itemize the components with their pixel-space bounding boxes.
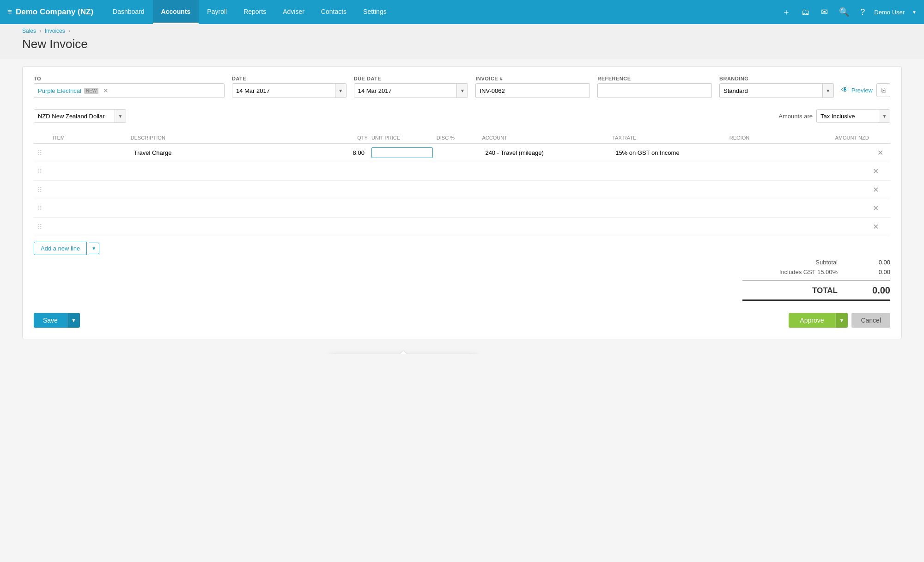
delete-cell: ✕ <box>871 144 890 162</box>
date-arrow-button[interactable]: ▼ <box>335 84 346 98</box>
to-clear-button[interactable]: ✕ <box>103 87 109 94</box>
item-col-header: Item <box>51 132 129 144</box>
qty-input[interactable] <box>326 221 368 232</box>
drag-handle-icon[interactable]: ⠿ <box>36 205 44 212</box>
nav-adviser[interactable]: Adviser <box>274 0 313 24</box>
cancel-button[interactable]: Cancel <box>851 313 890 328</box>
folder-button[interactable]: 🗂 <box>800 6 812 19</box>
account-col-header: Account <box>480 132 610 144</box>
qty-input[interactable] <box>326 166 368 177</box>
unitprice-input[interactable] <box>371 166 433 177</box>
due-date-input[interactable] <box>354 84 457 98</box>
account-input[interactable] <box>482 203 608 214</box>
drag-handle-icon[interactable]: ⠿ <box>36 223 44 231</box>
nav-settings[interactable]: Settings <box>355 0 395 24</box>
taxrate-input[interactable] <box>612 184 726 195</box>
desc-input[interactable] <box>131 184 322 195</box>
item-input[interactable] <box>53 221 127 232</box>
delete-row-button[interactable]: ✕ <box>877 148 883 157</box>
region-input[interactable] <box>729 184 791 195</box>
nav-reports[interactable]: Reports <box>235 0 274 24</box>
region-input[interactable] <box>729 166 791 177</box>
disc-input[interactable] <box>437 184 479 195</box>
add-button[interactable]: ＋ <box>780 5 792 19</box>
delete-col-header <box>871 132 890 144</box>
account-input[interactable] <box>482 184 608 195</box>
subtotal-value: 0.00 <box>849 259 890 266</box>
gst-row: Includes GST 15.00% 0.00 <box>742 269 890 275</box>
help-button[interactable]: ? <box>858 6 867 19</box>
date-input-wrap: ▼ <box>232 83 346 98</box>
delete-row-button[interactable]: ✕ <box>873 167 879 176</box>
drag-handle-icon[interactable]: ⠿ <box>36 149 44 157</box>
form-footer: Save ▼ Approve ▼ Cancel <box>34 313 890 328</box>
desc-input[interactable] <box>131 221 322 232</box>
item-input[interactable] <box>53 203 127 214</box>
region-input[interactable] <box>729 147 791 158</box>
qty-input[interactable] <box>326 203 368 214</box>
delete-row-button[interactable]: ✕ <box>873 222 879 231</box>
item-input[interactable] <box>53 147 127 158</box>
region-input[interactable] <box>729 221 791 232</box>
unitprice-input[interactable] <box>371 221 433 232</box>
item-input[interactable] <box>53 184 127 195</box>
nav-right-area: ＋ 🗂 ✉ 🔍 ? Demo User ▼ <box>780 5 917 19</box>
disc-input[interactable] <box>437 147 479 158</box>
unitprice-input[interactable] <box>371 184 433 195</box>
account-input[interactable] <box>482 221 608 232</box>
taxrate-input[interactable] <box>612 147 726 158</box>
gst-label: Includes GST 15.00% <box>742 269 838 275</box>
brand-logo[interactable]: ≡ Demo Company (NZ) <box>7 7 93 17</box>
taxrate-input[interactable] <box>612 221 726 232</box>
account-input[interactable] <box>482 166 608 177</box>
region-cell <box>728 144 793 162</box>
user-menu[interactable]: Demo User <box>874 9 905 16</box>
drag-handle-icon[interactable]: ⠿ <box>36 168 44 175</box>
to-input-wrap[interactable]: Purple Electrical NEW ✕ <box>34 83 225 98</box>
approve-button[interactable]: Approve <box>789 313 835 328</box>
save-arrow-button[interactable]: ▼ <box>67 313 80 328</box>
delete-row-button[interactable]: ✕ <box>873 204 879 213</box>
qty-input[interactable] <box>326 184 368 195</box>
amounts-select[interactable]: Tax Inclusive Tax Exclusive No Tax <box>817 110 879 122</box>
nav-dashboard[interactable]: Dashboard <box>104 0 153 24</box>
taxrate-input[interactable] <box>612 166 726 177</box>
nav-payroll[interactable]: Payroll <box>199 0 235 24</box>
unitprice-col-header: Unit Price <box>370 132 435 144</box>
region-input[interactable] <box>729 203 791 214</box>
copy-button[interactable]: ⎘ <box>876 83 890 97</box>
delete-row-button[interactable]: ✕ <box>873 185 879 194</box>
desc-input[interactable] <box>131 166 322 177</box>
taxrate-input[interactable] <box>612 203 726 214</box>
currency-select[interactable]: NZD New Zealand Dollar <box>34 110 115 122</box>
save-button[interactable]: Save <box>34 313 67 328</box>
nav-contacts[interactable]: Contacts <box>313 0 355 24</box>
approve-arrow-button[interactable]: ▼ <box>835 313 848 328</box>
add-line-arrow-button[interactable]: ▼ <box>89 243 99 254</box>
unitprice-input[interactable] <box>371 147 433 158</box>
table-row: ⠿ ✕ <box>34 199 890 218</box>
disc-input[interactable] <box>437 203 479 214</box>
disc-input[interactable] <box>437 221 479 232</box>
mail-button[interactable]: ✉ <box>819 5 830 19</box>
nav-accounts[interactable]: Accounts <box>153 0 199 24</box>
breadcrumb-invoices[interactable]: Invoices <box>45 28 65 34</box>
add-line-button[interactable]: Add a new line <box>34 242 87 255</box>
account-input[interactable] <box>482 147 608 158</box>
preview-button[interactable]: 👁 Preview <box>841 86 873 94</box>
branding-select[interactable]: Standard <box>720 84 822 98</box>
currency-select-arrow: ▼ <box>115 110 126 122</box>
qty-input[interactable] <box>326 147 368 158</box>
breadcrumb-sales[interactable]: Sales <box>22 28 36 34</box>
invoice-num-input[interactable] <box>475 83 590 98</box>
desc-input[interactable] <box>131 203 322 214</box>
date-input[interactable] <box>232 84 335 98</box>
search-button[interactable]: 🔍 <box>837 5 851 19</box>
reference-input[interactable] <box>597 83 712 98</box>
unitprice-input[interactable] <box>371 203 433 214</box>
due-date-arrow-button[interactable]: ▼ <box>456 84 468 98</box>
item-input[interactable] <box>53 166 127 177</box>
disc-input[interactable] <box>437 166 479 177</box>
drag-handle-icon[interactable]: ⠿ <box>36 186 44 194</box>
desc-input[interactable] <box>131 147 322 158</box>
